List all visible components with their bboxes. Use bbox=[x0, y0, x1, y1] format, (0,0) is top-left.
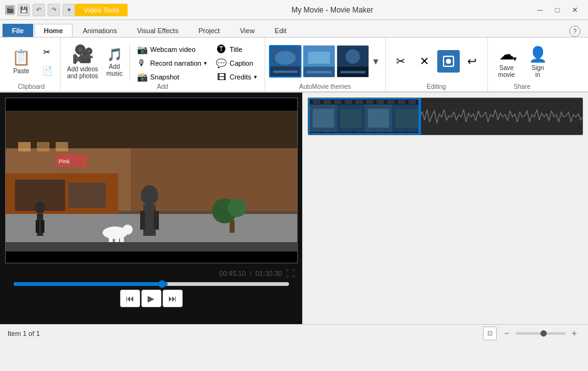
theme-thumb-3[interactable] bbox=[337, 45, 369, 78]
save-movie-button[interactable]: ☁ ▾ Savemovie bbox=[492, 43, 522, 80]
webcam-video-button[interactable]: 📷 Webcam video bbox=[133, 43, 211, 56]
automovie-group: ▼ AutoMovie themes bbox=[265, 38, 386, 91]
save-quick-btn[interactable]: 💾 bbox=[18, 4, 30, 16]
playhead[interactable] bbox=[420, 98, 421, 135]
timeline-clip-2[interactable] bbox=[420, 98, 582, 135]
theme-scroll-down[interactable]: ▼ bbox=[370, 56, 382, 66]
svg-rect-6 bbox=[308, 51, 330, 63]
cut-icon: ✂ bbox=[41, 46, 53, 58]
prev-frame-button[interactable]: ⏮ bbox=[120, 290, 140, 307]
svg-rect-24 bbox=[68, 183, 106, 208]
copy-button[interactable]: 📄 bbox=[38, 64, 56, 78]
video-controls: 00:45.10 / 01:30.30 ⛶ ⏮ ▶ ⏭ bbox=[5, 263, 297, 310]
share-content: ☁ ▾ Savemovie 👤 Signin bbox=[492, 40, 553, 82]
svg-rect-53 bbox=[355, 100, 363, 104]
tab-home[interactable]: Home bbox=[34, 24, 73, 37]
svg-rect-7 bbox=[307, 71, 332, 73]
timeline-area bbox=[303, 93, 588, 324]
help-icon[interactable]: ? bbox=[569, 26, 580, 37]
close-btn[interactable]: ✕ bbox=[567, 4, 583, 16]
status-bar: Item 1 of 1 ⊡ － ＋ bbox=[0, 324, 588, 342]
theme-thumb-1[interactable] bbox=[269, 45, 302, 78]
minimize-btn[interactable]: ─ bbox=[532, 4, 548, 16]
record-narration-button[interactable]: 🎙 Record narration ▾ bbox=[133, 56, 211, 70]
paste-label: Paste bbox=[13, 68, 29, 74]
automovie-content: ▼ bbox=[269, 40, 382, 82]
effects-btn[interactable] bbox=[437, 50, 460, 73]
svg-rect-51 bbox=[334, 100, 342, 104]
maximize-btn[interactable]: □ bbox=[549, 4, 565, 16]
tab-project[interactable]: Project bbox=[189, 24, 229, 37]
snapshot-label: Snapshot bbox=[150, 73, 179, 81]
video-tools-tab[interactable]: Video Tools bbox=[75, 4, 128, 16]
expand-icon[interactable]: ⛶ bbox=[286, 268, 295, 278]
timeline-clip-1[interactable] bbox=[308, 98, 420, 135]
svg-rect-11 bbox=[340, 71, 365, 73]
theme-thumb-2[interactable] bbox=[303, 45, 335, 78]
fit-to-window-btn[interactable]: ⊡ bbox=[483, 327, 497, 340]
record-narration-label: Record narration bbox=[150, 59, 201, 67]
split-btn[interactable]: ✂ bbox=[390, 50, 412, 73]
tab-animations[interactable]: Animations bbox=[74, 24, 126, 37]
svg-rect-66 bbox=[377, 133, 384, 135]
trim-btn[interactable]: ✕ bbox=[413, 50, 436, 73]
copy-icon: 📄 bbox=[41, 65, 53, 76]
time-display: 00:45.10 / 01:30.30 ⛶ bbox=[5, 268, 297, 278]
rotate-btn[interactable]: ↩ bbox=[461, 50, 484, 73]
sign-in-button[interactable]: 👤 Signin bbox=[523, 43, 553, 80]
svg-rect-75 bbox=[340, 109, 362, 128]
app-icon: 🎬 bbox=[5, 5, 15, 15]
svg-rect-44 bbox=[6, 252, 298, 263]
dropdown-arrow-btn[interactable]: ▾ bbox=[63, 4, 75, 16]
add-videos-button[interactable]: 🎥 Add videosand photos bbox=[64, 43, 101, 80]
webcam-icon: 📷 bbox=[136, 44, 148, 55]
play-button[interactable]: ▶ bbox=[141, 290, 161, 307]
tab-edit[interactable]: Edit bbox=[265, 24, 296, 37]
svg-point-10 bbox=[345, 49, 360, 63]
add-secondary-col: 📷 Webcam video 🎙 Record narration ▾ 📸 Sn… bbox=[133, 43, 211, 80]
share-group: ☁ ▾ Savemovie 👤 Signin Share bbox=[488, 38, 557, 91]
svg-point-40 bbox=[228, 198, 246, 217]
svg-rect-21 bbox=[56, 142, 68, 151]
tab-file[interactable]: File bbox=[3, 24, 33, 37]
window-title: My Movie - Movie Maker bbox=[133, 6, 532, 14]
svg-rect-56 bbox=[387, 100, 395, 104]
caption-button[interactable]: 💬 Caption bbox=[212, 56, 261, 70]
undo-btn[interactable]: ↶ bbox=[33, 4, 45, 16]
paste-button[interactable]: 📋 Paste bbox=[6, 43, 36, 80]
tab-view[interactable]: View bbox=[230, 24, 264, 37]
next-frame-button[interactable]: ⏭ bbox=[163, 290, 183, 307]
svg-rect-60 bbox=[313, 133, 320, 135]
tab-visual-effects[interactable]: Visual Effects bbox=[128, 24, 188, 37]
svg-point-2 bbox=[275, 51, 295, 64]
title-button[interactable]: 🅣 Title bbox=[212, 43, 261, 56]
progress-bar[interactable] bbox=[14, 282, 289, 286]
progress-thumb[interactable] bbox=[158, 280, 166, 288]
zoom-slider[interactable] bbox=[515, 332, 565, 335]
clip-waveform bbox=[310, 99, 418, 133]
share-label: Share bbox=[492, 82, 553, 91]
window-controls: ─ □ ✕ bbox=[532, 4, 583, 16]
redo-btn[interactable]: ↷ bbox=[48, 4, 60, 16]
add-music-button[interactable]: 🎵 Addmusic bbox=[102, 43, 127, 80]
time-separator: / bbox=[250, 270, 251, 277]
zoom-out-btn[interactable]: － bbox=[500, 327, 513, 340]
svg-rect-50 bbox=[323, 100, 331, 104]
progress-fill bbox=[14, 282, 168, 286]
svg-rect-68 bbox=[398, 133, 405, 135]
svg-rect-69 bbox=[408, 133, 416, 135]
svg-point-13 bbox=[446, 59, 451, 64]
add-music-icon: 🎵 bbox=[107, 47, 123, 62]
credits-icon: 🎞 bbox=[216, 71, 227, 83]
svg-rect-33 bbox=[154, 211, 159, 230]
svg-rect-36 bbox=[109, 233, 113, 242]
svg-rect-62 bbox=[334, 133, 342, 135]
zoom-slider-thumb[interactable] bbox=[540, 330, 547, 337]
svg-rect-64 bbox=[355, 133, 363, 135]
add-videos-icon: 🎥 bbox=[72, 44, 94, 64]
cut-button[interactable]: ✂ bbox=[38, 45, 56, 59]
zoom-in-btn[interactable]: ＋ bbox=[568, 327, 580, 340]
title-bar-icons: 🎬 💾 ↶ ↷ ▾ bbox=[5, 4, 75, 16]
video-frame: Pink bbox=[5, 98, 298, 263]
svg-rect-41 bbox=[230, 220, 235, 233]
